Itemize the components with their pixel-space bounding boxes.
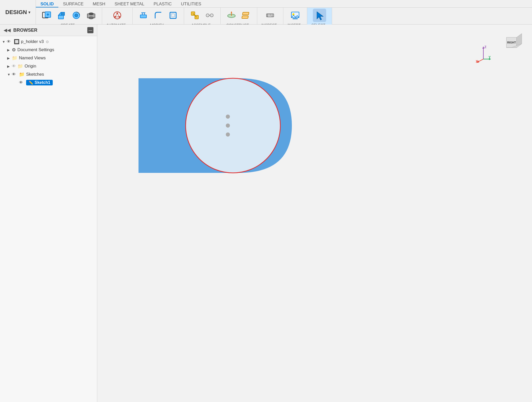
new-component-icon[interactable] [40, 9, 53, 22]
select-icon[interactable] [313, 9, 326, 22]
svg-point-10 [89, 13, 93, 15]
root-label: p_holder v3 [21, 39, 44, 44]
expand-icon-root: ▼ [2, 40, 7, 44]
sketch-pencil-icon: ✏️ [29, 81, 33, 85]
svg-point-43 [226, 115, 230, 119]
tab-surface[interactable]: SURFACE [58, 0, 88, 7]
svg-marker-41 [317, 12, 323, 20]
design-arrow: ▾ [28, 10, 30, 14]
svg-line-18 [115, 13, 117, 17]
svg-marker-51 [482, 46, 484, 49]
settings-icon: ⚙ [12, 47, 16, 53]
svg-rect-4 [58, 15, 63, 19]
svg-rect-32 [242, 16, 248, 18]
design-label: DESIGN [5, 9, 27, 16]
tree-item-sketch1[interactable]: 👁 ✏️ Sketch1 [0, 79, 97, 87]
insert-image-icon[interactable] [289, 9, 302, 22]
svg-text:RIGHT: RIGHT [507, 41, 516, 44]
browser-tree: ▼ 👁 🔲 p_holder v3 ⊙ ▶ ⚙ Document Setting… [0, 36, 97, 88]
hole-icon[interactable] [84, 9, 98, 22]
tree-item-doc-settings[interactable]: ▶ ⚙ Document Settings [0, 46, 97, 54]
tab-solid[interactable]: SOLID [36, 0, 58, 7]
select-icons [313, 9, 326, 22]
svg-point-44 [226, 124, 230, 128]
browser-collapse-button[interactable]: — [87, 27, 93, 33]
revolve-icon[interactable] [70, 9, 83, 22]
svg-text:Y: Y [488, 55, 491, 59]
expand-icon-named-views: ▶ [7, 56, 12, 60]
tab-sheet-metal[interactable]: SHEET METAL [110, 0, 149, 7]
eye-icon-sketch1[interactable]: 👁 [19, 80, 25, 85]
design-button[interactable]: DESIGN ▾ [0, 0, 36, 24]
modify-icons [137, 9, 180, 22]
viewcube[interactable]: RIGHT [499, 32, 524, 58]
svg-line-16 [117, 13, 119, 17]
svg-rect-19 [140, 15, 146, 18]
expand-icon-origin: ▶ [7, 64, 12, 68]
component-icon-root: 🔲 [14, 39, 19, 44]
automate-icons [111, 9, 124, 22]
tab-mesh[interactable]: MESH [88, 0, 110, 7]
press-pull-icon[interactable] [137, 9, 150, 22]
expand-icon-sketches: ▼ [7, 73, 12, 76]
doc-settings-label: Document Settings [17, 47, 54, 52]
tree-item-root[interactable]: ▼ 👁 🔲 p_holder v3 ⊙ [0, 38, 97, 46]
svg-marker-6 [61, 12, 65, 15]
eye-icon-sketches[interactable]: 👁 [12, 72, 18, 77]
sketches-folder-icon: 📁 [19, 72, 25, 77]
tab-plastic[interactable]: PLASTIC [149, 0, 176, 7]
svg-rect-40 [293, 18, 298, 19]
svg-text:X: X [476, 59, 478, 63]
origin-folder-icon: 📁 [17, 63, 23, 69]
measure-icon[interactable] [263, 9, 277, 22]
origin-label: Origin [25, 64, 36, 69]
tree-item-sketches[interactable]: ▼ 👁 📁 Sketches [0, 70, 97, 79]
motion-link-icon[interactable] [203, 9, 216, 22]
assemble-icons [188, 9, 216, 22]
automate-icon[interactable] [111, 9, 124, 22]
origin-eye-icon: 👁 [12, 64, 16, 69]
toolbar: DESIGN ▾ SOLID SURFACE MESH SHEET METAL … [0, 0, 532, 25]
tab-utilities[interactable]: UTILITIES [176, 0, 206, 7]
sketch1-label: Sketch1 [35, 80, 50, 85]
named-views-label: Named Views [19, 55, 46, 61]
sketch1-badge: ✏️ Sketch1 [26, 80, 53, 85]
svg-rect-26 [210, 14, 213, 17]
construct-axis-icon[interactable] [240, 9, 253, 22]
shell-icon[interactable] [166, 9, 180, 22]
svg-marker-30 [231, 11, 232, 13]
fillet-icon[interactable] [152, 9, 165, 22]
svg-point-45 [226, 132, 230, 137]
named-views-icon: 📁 [12, 55, 17, 61]
create-icons [40, 9, 98, 22]
extrude-icon[interactable] [55, 9, 68, 22]
browser-back-button[interactable]: ◀◀ [4, 27, 11, 33]
top-bar: SOLID SURFACE MESH SHEET METAL PLASTIC U… [36, 0, 532, 24]
construct-plane-icon[interactable] [225, 9, 238, 22]
tab-row: SOLID SURFACE MESH SHEET METAL PLASTIC U… [36, 0, 532, 8]
main-area: ◀◀ BROWSER — ▼ 👁 🔲 p_holder v3 ⊙ ▶ ⚙ Doc… [0, 25, 532, 402]
inspect-icons [263, 9, 277, 22]
svg-point-8 [75, 14, 78, 17]
browser-panel: ◀◀ BROWSER — ▼ 👁 🔲 p_holder v3 ⊙ ▶ ⚙ Doc… [0, 25, 97, 402]
sketches-label: Sketches [26, 72, 44, 77]
eye-icon-root[interactable]: 👁 [7, 39, 13, 44]
svg-rect-31 [242, 12, 249, 15]
axes-indicator: Z X Y [476, 45, 491, 64]
svg-point-11 [89, 17, 93, 19]
joint-icon[interactable] [188, 9, 201, 22]
svg-rect-25 [206, 14, 209, 17]
svg-point-42 [186, 78, 280, 173]
svg-rect-20 [170, 12, 176, 18]
tree-item-named-views[interactable]: ▶ 📁 Named Views [0, 54, 97, 62]
browser-header: ◀◀ BROWSER — [0, 25, 97, 36]
svg-text:Z: Z [484, 45, 486, 49]
expand-icon-doc-settings: ▶ [7, 48, 12, 52]
root-options-icon[interactable]: ⊙ [46, 40, 49, 44]
tree-item-origin[interactable]: ▶ 👁 📁 Origin [0, 62, 97, 70]
browser-title: BROWSER [13, 28, 85, 33]
viewport[interactable]: RIGHT Z X Y [97, 25, 532, 402]
sketch-svg [97, 25, 532, 402]
construct-icons [225, 9, 253, 22]
svg-rect-21 [172, 14, 175, 17]
